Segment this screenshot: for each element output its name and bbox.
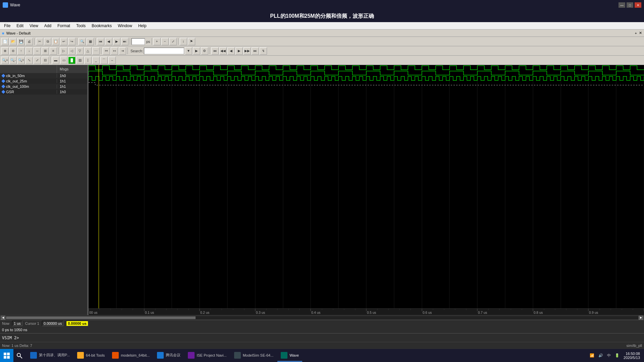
tb-cut[interactable]: ✂ [36, 38, 43, 45]
tb3-d1[interactable]: ▬ [52, 57, 59, 64]
tb-zoom-out[interactable]: − [161, 38, 169, 45]
menu-view[interactable]: View [27, 23, 41, 29]
tray-volume[interactable]: 🔊 [597, 353, 604, 358]
menu-tools[interactable]: Tools [73, 23, 88, 29]
taskbar-app[interactable]: 腾讯会议 [154, 350, 184, 362]
tb-step-back[interactable]: ◀ [105, 38, 112, 45]
scroll-left-btn[interactable]: ◀ [1, 316, 5, 320]
tb3-d3[interactable]: █ [68, 57, 75, 64]
tb2-1[interactable]: ⊕ [1, 47, 9, 55]
scroll-right-btn[interactable]: ▶ [639, 316, 643, 320]
tb2-7[interactable]: ≡ [50, 47, 57, 55]
tb2-6[interactable]: ⊞ [42, 47, 49, 55]
menu-format[interactable]: Format [55, 23, 73, 29]
taskbar-app[interactable]: 64-bit Tools [74, 350, 108, 362]
minimize-button[interactable]: — [619, 2, 625, 8]
tb2-5[interactable]: ↔ [34, 47, 41, 55]
tb-save[interactable]: 💾 [17, 38, 25, 45]
tb2-b7[interactable]: ↯ [260, 47, 267, 55]
tb3-d8[interactable]: ⌣ [108, 57, 116, 64]
tb2-10[interactable]: ▽ [76, 47, 84, 55]
menu-bookmarks[interactable]: Bookmarks [89, 23, 114, 29]
tb2-b6[interactable]: ⏭ [252, 47, 259, 55]
close-tab-icon[interactable]: ✕ [639, 31, 642, 35]
tb-marker[interactable]: ⚑ [188, 38, 195, 45]
tray-network[interactable]: 📶 [588, 353, 596, 358]
signal-row[interactable]: GSR 1h0 [0, 89, 87, 95]
tb3-z4[interactable]: ⤡ [25, 57, 33, 64]
tb-zoom-in[interactable]: + [153, 38, 161, 45]
taskbar-app[interactable]: ISE Project Navi... [184, 350, 230, 362]
tb2-11[interactable]: △ [84, 47, 92, 55]
scroll-track[interactable] [6, 316, 638, 319]
tb2-4[interactable]: ↓ [25, 47, 33, 55]
tb2-b3[interactable]: ◀ [227, 47, 235, 55]
scroll-thumb[interactable] [6, 316, 196, 319]
menu-add[interactable]: Add [42, 23, 54, 29]
tb3-z3[interactable]: 🔍= [17, 57, 25, 64]
wave-tab-label[interactable]: Wave - Default [6, 31, 31, 35]
tb2-a1[interactable]: ↦ [103, 47, 110, 55]
tb2-3[interactable]: ↑ [17, 47, 25, 55]
taskbar-app[interactable]: Wave [277, 350, 302, 362]
vsim-prompt[interactable]: VSIM 2> [2, 336, 19, 340]
tb-new[interactable]: 📄 [1, 38, 9, 45]
signal-row[interactable]: clk_in_50m 1h0 [0, 73, 87, 78]
tb-open[interactable]: 📂 [9, 38, 17, 45]
tb-find[interactable]: 🔍 [78, 38, 86, 45]
start-button[interactable] [0, 349, 13, 362]
menu-help[interactable]: Help [136, 23, 149, 29]
tb-redo[interactable]: ↪ [68, 38, 75, 45]
menu-edit[interactable]: Edit [14, 23, 26, 29]
maximize-button[interactable]: □ [627, 2, 633, 8]
tb-cursor[interactable]: ↕ [180, 38, 187, 45]
tb2-b2[interactable]: ◀◀ [219, 47, 227, 55]
signal-row[interactable]: clk_out_100m 1h1 [0, 84, 87, 89]
waveform-canvas[interactable] [89, 65, 644, 308]
expand-icon[interactable]: + [635, 31, 637, 35]
tray-battery[interactable]: 🔋 [613, 353, 621, 358]
tb2-8[interactable]: ▷ [60, 47, 67, 55]
tb-select[interactable]: ▦ [87, 38, 94, 45]
tb2-9[interactable]: ◁ [68, 47, 75, 55]
tb3-z5[interactable]: ⤢ [34, 57, 41, 64]
tb3-d5[interactable]: | [84, 57, 92, 64]
tb-print[interactable]: 🖨 [25, 38, 33, 45]
tb3-z1[interactable]: 🔍+ [1, 57, 9, 64]
tb-copy[interactable]: ⧉ [44, 38, 51, 45]
tb3-z2[interactable]: 🔍- [9, 57, 17, 64]
search-opt[interactable]: ⚙ [201, 47, 208, 55]
tb3-d7[interactable]: ⌒ [100, 57, 108, 64]
taskbar-app[interactable]: modelsim_64bit... [109, 350, 153, 362]
tb2-2[interactable]: ⊖ [9, 47, 17, 55]
tb-restart[interactable]: ⏮ [97, 38, 104, 45]
tb3-d2[interactable]: ▭ [60, 57, 67, 64]
tb2-b4[interactable]: ▶ [235, 47, 243, 55]
tb-run[interactable]: ▶ [113, 38, 120, 45]
taskbar-app[interactable]: ModelSim SE-64... [231, 350, 277, 362]
menu-file[interactable]: File [1, 23, 13, 29]
tb2-a3[interactable]: ⇥ [119, 47, 126, 55]
tb3-d4[interactable]: ▨ [76, 57, 84, 64]
hscroll-bar[interactable]: ◀ ▶ [0, 315, 644, 320]
taskbar-search[interactable] [13, 350, 25, 362]
zoom-input[interactable]: 100 [131, 38, 145, 45]
signal-row[interactable]: clk_out_25m 1h1 [0, 78, 87, 84]
tb2-b5[interactable]: ▶▶ [244, 47, 251, 55]
search-go[interactable]: ▶ [193, 47, 200, 55]
close-button[interactable]: ✕ [635, 2, 641, 8]
search-input[interactable] [144, 48, 184, 54]
menu-window[interactable]: Window [115, 23, 135, 29]
tb-zoom-fit[interactable]: ⤢ [169, 38, 177, 45]
tb3-d6[interactable]: _ [92, 57, 100, 64]
tb2-12[interactable]: ⋯ [92, 47, 100, 55]
tb-step[interactable]: ⏭ [121, 38, 128, 45]
tb3-z6[interactable]: ⊟ [42, 57, 49, 64]
search-dropdown[interactable]: ▼ [185, 47, 192, 55]
taskbar-app[interactable]: 第十四讲、调用P... [27, 350, 73, 362]
tb2-a2[interactable]: ↤ [111, 47, 118, 55]
tb2-b1[interactable]: ⏮ [211, 47, 219, 55]
tb-paste[interactable]: 📋 [52, 38, 59, 45]
tray-clock[interactable]: 16:50:08 2020/5/13 [622, 352, 641, 360]
tray-ime[interactable]: 中 [606, 353, 612, 358]
